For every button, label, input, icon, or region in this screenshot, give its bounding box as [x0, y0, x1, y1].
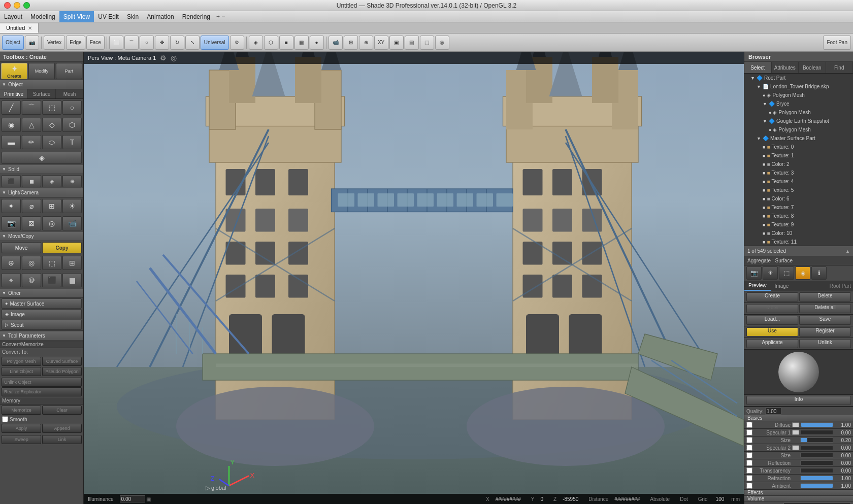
viewport[interactable]: Pers View : Meta Camera 1 ⚙ ◎ — [84, 52, 744, 504]
part-button[interactable]: Part — [56, 63, 82, 79]
mat-register-btn[interactable]: Register — [799, 327, 851, 337]
tab-untitled[interactable]: Untitled ✕ — [0, 23, 39, 33]
tool-prism[interactable]: ◇ — [42, 118, 61, 132]
tree-item-poly3[interactable]: ● ◈ Polygon Mesh — [744, 125, 853, 134]
illuminance-input[interactable] — [120, 495, 145, 502]
tree-item-tex5[interactable]: ■ ■ Texture: 5 — [744, 186, 853, 194]
lc-cam2[interactable]: 📹 — [62, 216, 82, 230]
tool-sphere[interactable]: ◉ — [2, 118, 21, 132]
memorize-btn[interactable]: Memorize — [2, 406, 41, 415]
section-tool-parameters[interactable]: Tool Parameters — [0, 331, 83, 341]
realize-replicator-btn[interactable]: Realize Replicator — [2, 387, 82, 396]
lc-spot[interactable]: ⌀ — [22, 199, 41, 213]
tree-item-col10[interactable]: ■ ■ Color: 10 — [744, 229, 853, 238]
menu-modeling[interactable]: Modeling — [26, 11, 59, 22]
mat-surface-btn[interactable]: ◈ — [795, 266, 810, 280]
toolbar-display4[interactable]: ◎ — [435, 36, 449, 50]
specular1-color[interactable] — [792, 430, 799, 435]
solid-tool-2[interactable]: ◼ — [22, 175, 41, 187]
toolbar-camera-view[interactable]: 📹 — [329, 36, 343, 50]
tree-item-col2[interactable]: ■ ■ Color: 2 — [744, 160, 853, 169]
solid-tool-3[interactable]: ◈ — [42, 175, 61, 187]
tool-cylinder[interactable]: ⬡ — [62, 118, 82, 132]
toolbar-camera-mode[interactable]: 📷 — [25, 36, 39, 50]
refraction-check[interactable] — [746, 475, 752, 481]
tree-item-tex11[interactable]: ■ ■ Texture: 11 — [744, 238, 853, 246]
browser-tab-select[interactable]: Select — [744, 62, 772, 73]
toolbar-settings[interactable]: ⚙ — [230, 36, 244, 50]
toolbar-grid-toggle[interactable]: ⊞ — [344, 36, 358, 50]
toolbar-vertex-mode[interactable]: Vertex — [44, 36, 65, 50]
reflection-check[interactable] — [746, 460, 752, 466]
convert-polygon[interactable]: Polygon Mesh — [2, 357, 41, 366]
diffuse-check[interactable] — [746, 422, 752, 428]
tree-item-tex3[interactable]: ■ ■ Texture: 3 — [744, 169, 853, 177]
specular2-bar[interactable] — [801, 445, 833, 450]
tool-ellipse[interactable]: ⬭ — [42, 135, 61, 149]
camera-view-icon[interactable]: ◎ — [171, 54, 177, 62]
tree-item-poly2[interactable]: ● ◈ Polygon Mesh — [744, 108, 853, 117]
image-btn[interactable]: ◈ Image — [2, 309, 82, 319]
ambient-check[interactable] — [746, 483, 752, 489]
unlink-object-btn[interactable]: Unlink Object — [2, 378, 82, 387]
ambient-bar[interactable] — [800, 483, 833, 488]
convert-line[interactable]: Line Object — [2, 367, 41, 376]
mat-bg-btn[interactable]: ⬚ — [779, 266, 794, 280]
tool-line[interactable]: ╱ — [2, 100, 21, 115]
tree-item-skp[interactable]: ▼ 📄 London_Tower Bridge.skp — [744, 82, 853, 91]
tree-item-tex1[interactable]: ■ ■ Texture: 1 — [744, 151, 853, 160]
transparency-check[interactable] — [746, 467, 752, 474]
size2-check[interactable] — [746, 452, 752, 458]
toolbar-footpan[interactable]: Foot Pan — [823, 36, 851, 50]
mat-light-btn[interactable]: ☀ — [763, 266, 778, 280]
quality-input[interactable] — [765, 408, 781, 415]
mat-more-btn[interactable]: More — [746, 304, 798, 313]
scout-btn[interactable]: ▷ Scout — [2, 320, 82, 330]
section-move-copy[interactable]: Move/Copy — [0, 232, 83, 241]
diffuse-color[interactable] — [792, 422, 799, 427]
mat-camera-btn[interactable]: 📷 — [746, 266, 762, 280]
menu-layout[interactable]: Layout — [0, 11, 26, 22]
menu-add[interactable]: + − — [214, 13, 227, 20]
mc-tool-3[interactable]: ⬚ — [42, 256, 61, 270]
section-solid[interactable]: Solid — [0, 165, 83, 174]
tree-item-master-surface-part[interactable]: ▼ 🔷 Master Surface Part — [744, 134, 853, 143]
tool-flat[interactable]: ▬ — [2, 135, 21, 149]
mc-tool-4[interactable]: ⊞ — [62, 256, 82, 270]
toolbar-face-mode[interactable]: Face — [86, 36, 105, 50]
mat-delete-all-btn[interactable]: Delete all — [799, 304, 851, 313]
size1-check[interactable] — [746, 437, 752, 443]
toolbar-move[interactable]: ✥ — [155, 36, 169, 50]
specular1-check[interactable] — [746, 429, 752, 435]
section-other[interactable]: Other — [0, 289, 83, 298]
section-light-camera[interactable]: Light/Camera — [0, 188, 83, 197]
mat-unlink-btn[interactable]: Unlink — [799, 339, 851, 348]
tree-item-tex0[interactable]: ■ ■ Texture: 0 — [744, 143, 853, 151]
toolbar-texture[interactable]: ▦ — [294, 36, 309, 50]
mc-tool-5[interactable]: ⌖ — [2, 273, 21, 287]
master-surface-btn[interactable]: ● Master Surface — [2, 298, 82, 309]
lc-area[interactable]: ⊞ — [42, 199, 61, 213]
create-button[interactable]: ✦ Create — [1, 63, 27, 79]
tree-item-tex7[interactable]: ■ ■ Texture: 7 — [744, 203, 853, 212]
size1-bar[interactable] — [800, 438, 833, 443]
refraction-bar[interactable] — [800, 476, 833, 481]
tool-pen[interactable]: ✏ — [22, 135, 41, 149]
mesh-tab[interactable]: Mesh — [55, 89, 83, 98]
toolbar-lasso[interactable]: ⌒ — [124, 36, 139, 50]
link-btn[interactable]: Link — [42, 435, 82, 444]
maximize-button[interactable] — [23, 2, 30, 9]
apply-btn[interactable]: Apply — [2, 424, 41, 433]
tree-item-poly1[interactable]: ● ◈ Polygon Mesh — [744, 91, 853, 99]
mat-info-btn[interactable]: ℹ — [811, 266, 827, 280]
tool-text[interactable]: T — [62, 135, 82, 149]
mat-load-btn[interactable]: Load... — [746, 316, 798, 325]
modify-button[interactable]: Modify — [28, 63, 55, 79]
toolbar-render[interactable]: ● — [310, 36, 324, 50]
clear-btn[interactable]: Clear — [42, 406, 82, 415]
mat-applicate-btn[interactable]: Applicate — [746, 339, 798, 348]
menu-skin[interactable]: Skin — [123, 11, 143, 22]
menu-animation[interactable]: Animation — [143, 11, 178, 22]
mc-tool-8[interactable]: ▤ — [62, 273, 82, 287]
diffuse-bar[interactable] — [801, 422, 833, 427]
